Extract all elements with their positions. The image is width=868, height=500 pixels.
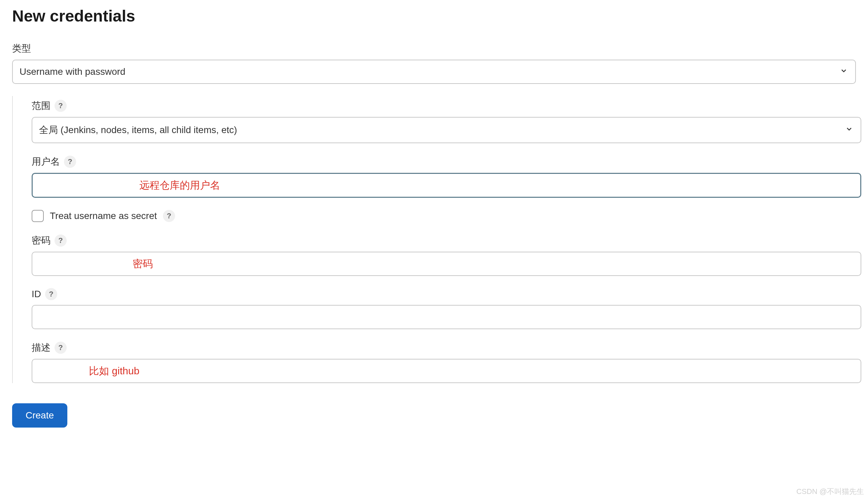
scope-label: 范围 (32, 99, 50, 112)
type-select[interactable]: Username with password (12, 60, 856, 84)
page-title: New credentials (12, 7, 861, 25)
username-input[interactable] (32, 173, 861, 198)
help-icon[interactable]: ? (55, 100, 67, 112)
treat-secret-label: Treat username as secret (50, 211, 157, 221)
username-label: 用户名 (32, 155, 60, 168)
create-button[interactable]: Create (12, 403, 67, 428)
description-input[interactable] (32, 359, 861, 383)
help-icon[interactable]: ? (55, 342, 67, 354)
password-input[interactable] (32, 252, 861, 276)
treat-secret-checkbox[interactable] (32, 210, 44, 222)
description-label: 描述 (32, 341, 50, 354)
id-label: ID (32, 289, 41, 299)
scope-select[interactable]: 全局 (Jenkins, nodes, items, all child ite… (32, 117, 861, 143)
type-label: 类型 (12, 42, 31, 55)
password-label: 密码 (32, 234, 50, 247)
help-icon[interactable]: ? (163, 210, 175, 222)
help-icon[interactable]: ? (45, 288, 57, 300)
id-input[interactable] (32, 305, 861, 329)
help-icon[interactable]: ? (55, 235, 67, 247)
help-icon[interactable]: ? (64, 156, 76, 168)
